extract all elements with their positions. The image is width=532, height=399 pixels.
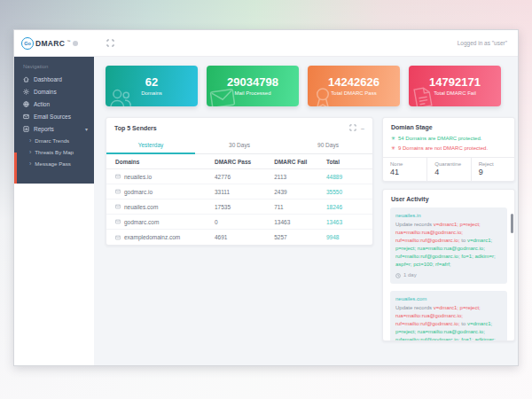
- tab-30-days[interactable]: 30 Days: [195, 137, 284, 154]
- sidebar: Navigation Dashboard Domains Action Emai…: [14, 57, 94, 184]
- logged-in-status: Logged in as "user": [458, 40, 518, 46]
- activity-prefix: Update records: [395, 305, 434, 310]
- stat-card-dmarc-pass[interactable]: 14242626 Total DMARC Pass: [308, 66, 400, 106]
- table-row[interactable]: exampledomainz.com 4691 5257 9948: [106, 230, 372, 245]
- clock-icon: [395, 273, 401, 278]
- col-total: Total: [326, 159, 364, 165]
- sidebar-item-email-sources[interactable]: Email Sources: [14, 110, 94, 122]
- cell-total: 9948: [326, 234, 364, 240]
- user-activity-title: User Activity: [391, 196, 429, 202]
- cell-total: 18246: [326, 204, 364, 210]
- sidebar-item-action[interactable]: Action: [14, 98, 94, 110]
- mail-row-icon: [115, 204, 121, 209]
- cell-total: 35550: [326, 189, 364, 195]
- logo-text: DMARC: [35, 39, 65, 48]
- app-window: Go DMARC ™ Logged in as "user" Navigatio…: [13, 29, 519, 366]
- sidebar-subitem-message-pass[interactable]: Message Pass: [14, 158, 94, 169]
- cell-pass: 17535: [215, 204, 274, 210]
- expand-icon[interactable]: [349, 124, 356, 131]
- cell-fail: 2439: [274, 189, 326, 195]
- sidebar-item-reports[interactable]: Reports ▾: [14, 122, 94, 135]
- domain-stage-panel: Domian Stage 54 Domains are DMARC protec…: [382, 117, 515, 182]
- stage-none: None 41: [383, 158, 426, 181]
- activity-item: neuailes.com Update records v=dmarc1; p=…: [390, 291, 507, 341]
- stat-label: Total DMARC Fail: [434, 90, 476, 96]
- cell-domain-text: exampledomainz.com: [124, 234, 180, 240]
- top-senders-title: Top 5 Senders: [114, 125, 157, 131]
- cell-total: 44889: [326, 174, 364, 180]
- domain-stage-title: Domian Stage: [391, 124, 433, 130]
- activity-scrollbar[interactable]: [511, 214, 513, 233]
- activity-domain-link[interactable]: neuailes.com: [395, 295, 502, 303]
- tab-90-days[interactable]: 90 Days: [284, 137, 372, 154]
- stat-label: Mail Processed: [234, 90, 270, 96]
- col-dmarc-fail: DMARC Fail: [274, 159, 326, 165]
- tab-yesterday[interactable]: Yesterday: [106, 137, 195, 154]
- table-header: Domains DMARC Pass DMARC Fail Total: [106, 154, 372, 169]
- right-column: Domian Stage 54 Domains are DMARC protec…: [382, 117, 515, 341]
- top-senders-panel: Top 5 Senders – Yesterday 30 Days 90 Day…: [106, 117, 373, 246]
- activity-connector: to: [460, 321, 467, 326]
- sidebar-subitem-label: Dmarc Trends: [35, 137, 69, 144]
- stage-quarantine: Quarantine 4: [426, 158, 470, 181]
- sidebar-toggle-icon[interactable]: [106, 39, 114, 47]
- home-icon: [23, 76, 29, 82]
- logo[interactable]: Go DMARC ™: [14, 37, 94, 50]
- cell-fail: 2113: [274, 174, 326, 180]
- panels-row: Top 5 Senders – Yesterday 30 Days 90 Day…: [106, 117, 507, 341]
- sidebar-subitem-threats-by-map[interactable]: Threats By Map: [14, 146, 94, 158]
- chevron-down-icon: ▾: [85, 126, 94, 132]
- stat-value: 14792171: [429, 76, 481, 89]
- sidebar-scrollbar[interactable]: [14, 153, 17, 184]
- sidebar-item-label: Action: [34, 101, 50, 107]
- stat-card-mail-processed[interactable]: 29034798 Mail Processed: [207, 66, 299, 106]
- table-row[interactable]: godmarc.io 33111 2439 35550: [106, 184, 372, 200]
- stat-label: Domains: [141, 90, 162, 96]
- not-protected-status-text: 9 Domains are not DMARC protected.: [383, 143, 514, 153]
- report-icon: [23, 126, 29, 132]
- stat-value: 14242626: [328, 76, 379, 89]
- stage-summary: None 41 Quarantine 4 Reject 9: [383, 157, 514, 181]
- mail-row-icon: [115, 235, 121, 240]
- activity-time: 1 day: [395, 271, 502, 279]
- sidebar-subitem-label: Message Pass: [35, 160, 71, 167]
- table-row[interactable]: godmarc.com 0 13463 13463: [106, 215, 372, 230]
- stat-label: Total DMARC Pass: [331, 90, 376, 96]
- top-senders-tabs: Yesterday 30 Days 90 Days: [106, 137, 372, 154]
- collapse-panel-icon[interactable]: –: [361, 125, 364, 131]
- cell-domain-text: neuailes.com: [124, 204, 158, 210]
- activity-connector: to: [460, 238, 467, 243]
- main-content: 62 Domains 29034798 Mail Processed 14242…: [94, 57, 518, 365]
- activity-domain-link[interactable]: neuailes.in: [395, 212, 502, 220]
- cell-domain-text: godmarc.io: [124, 189, 153, 195]
- cell-pass: 33111: [215, 189, 274, 195]
- cell-pass: 4691: [215, 234, 274, 240]
- logo-dot-icon: [73, 41, 78, 46]
- globe-icon: [23, 101, 29, 107]
- mail-row-icon: [115, 174, 121, 179]
- table-row[interactable]: neuailes.com 17535 711 18246: [106, 200, 372, 215]
- mail-row-icon: [115, 189, 121, 194]
- cell-fail: 5257: [274, 234, 326, 240]
- stat-cards: 62 Domains 29034798 Mail Processed 14242…: [106, 66, 507, 106]
- logo-go-circle-icon: Go: [21, 37, 34, 50]
- sidebar-subitem-dmarc-trends[interactable]: Dmarc Trends: [14, 135, 94, 146]
- stat-card-dmarc-fail[interactable]: 14792171 Total DMARC Fail: [409, 66, 501, 106]
- gear-icon: [23, 89, 29, 95]
- sidebar-item-domains[interactable]: Domains: [14, 85, 94, 98]
- logo-trademark: ™: [66, 39, 70, 43]
- stat-card-domains[interactable]: 62 Domains: [106, 66, 198, 106]
- cell-fail: 711: [274, 204, 326, 210]
- cell-pass: 0: [215, 219, 274, 225]
- col-dmarc-pass: DMARC Pass: [215, 159, 274, 165]
- cell-total: 13463: [326, 219, 364, 225]
- sidebar-item-dashboard[interactable]: Dashboard: [14, 73, 94, 85]
- user-activity-panel: User Activity neuailes.in Update records…: [382, 189, 515, 341]
- table-row[interactable]: neuailes.io 42776 2113 44889: [106, 169, 372, 184]
- mail-row-icon: [115, 219, 121, 224]
- stage-reject: Reject 9: [471, 158, 514, 181]
- activity-prefix: Update records: [395, 222, 434, 227]
- sidebar-section-label: Navigation: [14, 61, 94, 73]
- cell-fail: 13463: [274, 219, 326, 225]
- col-domains: Domains: [115, 159, 215, 165]
